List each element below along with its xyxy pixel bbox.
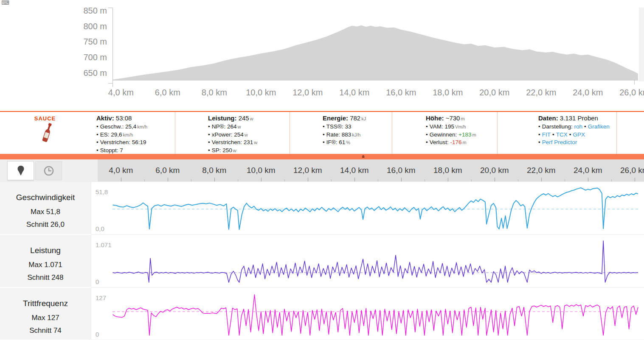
ruler-tick-major bbox=[588, 178, 588, 181]
stream-graphs: Geschwindigkeit Max 51,8 Schnitt 26,0 51… bbox=[0, 181, 644, 340]
ruler-label: 6,0 km bbox=[144, 166, 191, 175]
graph-tool-tabs bbox=[0, 159, 98, 181]
speed-ymin-label: 0,0 bbox=[96, 225, 104, 232]
tab-time-laps[interactable] bbox=[35, 161, 62, 180]
elevation-y-tick: 750 m bbox=[67, 37, 107, 47]
power-panel: Leistung Max 1.071 Schnitt 248 bbox=[0, 235, 91, 288]
speed-line bbox=[113, 188, 638, 229]
cadence-line bbox=[113, 295, 638, 335]
stat-item: •Verlust: -176m bbox=[426, 139, 497, 147]
ruler-label: 14,0 km bbox=[331, 166, 378, 175]
stat-item: •Verstrichen: 56:19 bbox=[96, 139, 175, 147]
ruler-tick-major bbox=[261, 178, 262, 181]
cadence-chart[interactable]: 127 0 bbox=[91, 288, 644, 340]
elevation-x-tick: 6,0 km bbox=[144, 88, 191, 98]
power-line bbox=[113, 241, 638, 282]
elevation-x-tick: 4,0 km bbox=[98, 88, 144, 98]
stat-item: •Darstellung: roh•Grafiken bbox=[538, 123, 616, 131]
chevrons-up-icon[interactable]: « bbox=[361, 155, 366, 158]
ruler-label: 12,0 km bbox=[284, 166, 331, 175]
stat-title-hoehe: Höhe: ~730m bbox=[426, 114, 497, 122]
cadence-ymin-label: 0 bbox=[96, 331, 99, 338]
collapse-bar[interactable]: « bbox=[0, 154, 644, 159]
stats-column-aktiv: Aktiv: 53:08•Geschw.: 25,4km/h•ES: 29,6k… bbox=[90, 112, 175, 154]
clock-icon bbox=[43, 165, 54, 176]
power-row: Leistung Max 1.071 Schnitt 248 1.071 0 bbox=[0, 235, 644, 288]
elevation-x-tick: 16,0 km bbox=[378, 88, 425, 98]
link-tcx[interactable]: TCX bbox=[556, 131, 568, 138]
ruler-label: 26,0 km bbox=[611, 166, 644, 175]
stat-title-energie: Energie: 782kJ bbox=[323, 114, 392, 122]
power-chart[interactable]: 1.071 0 bbox=[91, 235, 644, 288]
power-ymax-label: 1.071 bbox=[96, 241, 112, 248]
link-fit[interactable]: FIT bbox=[542, 131, 551, 138]
stats-columns: Aktiv: 53:08•Geschw.: 25,4km/h•ES: 29,6k… bbox=[90, 112, 617, 154]
elevation-y-tick: 850 m bbox=[67, 6, 107, 16]
stat-item: •Geschw.: 25,4km/h bbox=[96, 123, 175, 131]
tab-map-marker[interactable] bbox=[7, 161, 34, 180]
cadence-title: Trittfrequenz bbox=[0, 288, 91, 308]
elevation-x-tick: 10,0 km bbox=[238, 88, 284, 98]
elevation-x-tick: 24,0 km bbox=[565, 88, 611, 98]
stat-item: •ES: 29,6km/h bbox=[96, 131, 175, 139]
elevation-y-tick: 800 m bbox=[67, 22, 107, 31]
stat-item: •Gewinnen: +183m bbox=[426, 131, 497, 139]
ruler-tick-major bbox=[401, 178, 402, 181]
elevation-profile-section: ⌨ 850 m800 m750 m700 m650 m 4,0 km6,0 km… bbox=[0, 0, 644, 111]
stat-item: •FIT•TCX•GPX bbox=[538, 131, 616, 139]
cadence-panel: Trittfrequenz Max 127 Schnitt 74 bbox=[0, 288, 91, 340]
ruler-tick-major bbox=[635, 178, 635, 181]
ruler-tick-major bbox=[354, 178, 355, 181]
speed-chart[interactable]: 51,8 0,0 bbox=[91, 182, 644, 235]
elevation-y-tick: 650 m bbox=[67, 68, 107, 78]
speed-max: Max 51,8 bbox=[0, 208, 91, 216]
speed-avg: Schnitt 26,0 bbox=[0, 220, 91, 229]
elevation-x-tick: 12,0 km bbox=[284, 88, 331, 98]
stat-item: •xPower: 254w bbox=[208, 131, 290, 139]
elevation-x-tick: 18,0 km bbox=[425, 88, 471, 98]
elevation-x-tick: 22,0 km bbox=[518, 88, 565, 98]
link-perf-predictor[interactable]: Perf Predictor bbox=[542, 139, 577, 145]
stat-item: •VAM: 195Vm/h bbox=[426, 123, 497, 131]
link-grafiken[interactable]: Grafiken bbox=[588, 123, 610, 130]
sauce-logo: SAUCE bbox=[0, 112, 90, 154]
stats-column-energie: Energie: 782kJ•TSS®: 33•Rate: 883kJ/h•IF… bbox=[290, 112, 392, 154]
summary-stats-bar: SAUCE Aktiv: 53:08•Geschw.: 25,4km/h•ES:… bbox=[0, 111, 644, 154]
power-avg: Schnitt 248 bbox=[0, 273, 91, 282]
ruler-label: 20,0 km bbox=[471, 166, 518, 175]
ruler-label: 22,0 km bbox=[518, 166, 565, 175]
stats-column-daten: Daten: 3.131 Proben•Darstellung: roh•Gra… bbox=[498, 112, 617, 154]
ruler-label: 10,0 km bbox=[238, 166, 284, 175]
stat-item: •NP®: 264w bbox=[208, 123, 290, 131]
sauce-bottle-icon bbox=[39, 122, 55, 143]
speed-row: Geschwindigkeit Max 51,8 Schnitt 26,0 51… bbox=[0, 182, 644, 235]
elevation-x-tick: 8,0 km bbox=[191, 88, 238, 98]
cadence-row: Trittfrequenz Max 127 Schnitt 74 127 0 bbox=[0, 288, 644, 340]
power-title: Leistung bbox=[0, 235, 91, 255]
ruler-tick-major bbox=[448, 178, 448, 181]
ruler-tick-major bbox=[308, 178, 308, 181]
sauce-logo-text: SAUCE bbox=[0, 115, 90, 122]
stat-item: •Perf Predictor bbox=[538, 139, 616, 147]
stats-column-hoehe: Höhe: ~730m•VAM: 195Vm/h•Gewinnen: +183m… bbox=[392, 112, 498, 154]
elevation-area bbox=[113, 25, 638, 81]
link-roh[interactable]: roh bbox=[574, 123, 583, 130]
stat-item: •Verstrichen: 231w bbox=[208, 139, 290, 147]
elevation-y-tick: 700 m bbox=[67, 53, 107, 62]
ruler-label: 24,0 km bbox=[565, 166, 611, 175]
ruler-tick-major bbox=[121, 178, 121, 181]
distance-ruler[interactable]: 4,0 km6,0 km8,0 km10,0 km12,0 km14,0 km1… bbox=[0, 159, 644, 181]
stat-item: •TSS®: 33 bbox=[323, 123, 392, 131]
stat-item: •Rate: 883kJ/h bbox=[323, 131, 392, 139]
ruler-tick-major bbox=[541, 178, 542, 181]
activity-analysis-app: ⌨ 850 m800 m750 m700 m650 m 4,0 km6,0 km… bbox=[0, 0, 644, 340]
cadence-ymax-label: 127 bbox=[96, 294, 106, 301]
elevation-x-tick: 14,0 km bbox=[331, 88, 378, 98]
stat-item: •SP: 250w bbox=[208, 147, 290, 155]
elevation-x-tick: 26,0 km bbox=[611, 88, 644, 98]
stat-title-aktiv: Aktiv: 53:08 bbox=[96, 114, 175, 122]
speed-title: Geschwindigkeit bbox=[0, 182, 91, 202]
ruler-label: 8,0 km bbox=[191, 166, 238, 175]
link-gpx[interactable]: GPX bbox=[573, 131, 585, 138]
ruler-label: 4,0 km bbox=[98, 166, 144, 175]
